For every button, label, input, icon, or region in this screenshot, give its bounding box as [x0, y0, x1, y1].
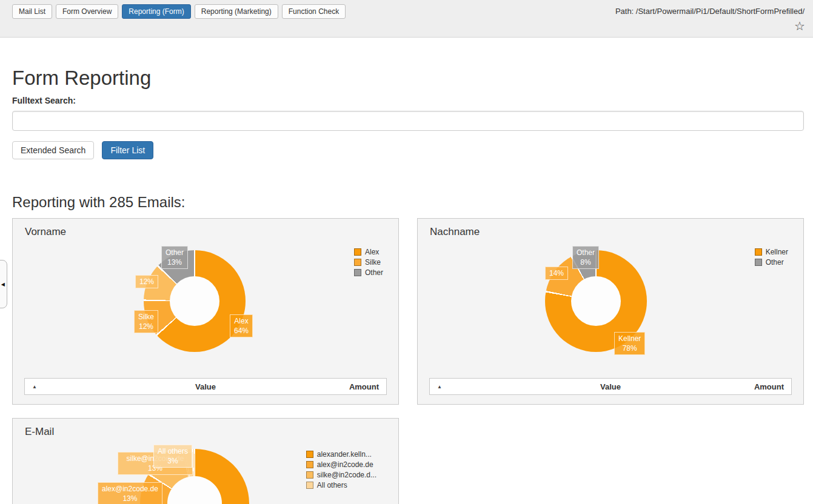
tab-form-overview[interactable]: Form Overview: [56, 4, 118, 19]
legend-swatch-icon: [306, 482, 313, 489]
tab-reporting-marketing[interactable]: Reporting (Marketing): [195, 4, 278, 19]
legend-label: Alex: [365, 248, 379, 256]
collapse-panel-handle[interactable]: ◀: [0, 260, 7, 308]
chevron-left-icon: ◀: [1, 282, 5, 287]
panels-grid: VornameOther13%12%Silke12%Alex64%AlexSil…: [12, 218, 804, 504]
fulltext-search-label: Fulltext Search:: [12, 96, 804, 105]
page-title: Form Reporting: [12, 67, 804, 90]
fulltext-search-input[interactable]: [12, 111, 804, 131]
legend-swatch-icon: [755, 259, 762, 266]
breadcrumb-path: Path: /Start/Powermail/Pi1/Default/Short…: [615, 7, 805, 16]
legend-swatch-icon: [755, 248, 762, 256]
donut-hole: [571, 276, 621, 326]
data-label: Kellner78%: [614, 332, 645, 355]
extended-search-button[interactable]: Extended Search: [12, 141, 94, 159]
panel-e-mail: E-Mailsilke@in2code.de13%All others3%ale…: [12, 418, 399, 504]
panel-title: Nachname: [418, 219, 803, 237]
data-label: 12%: [135, 275, 158, 288]
legend-label: Other: [365, 268, 383, 277]
data-label: Other8%: [572, 246, 599, 269]
data-label: Alex64%: [230, 314, 253, 337]
legend-swatch-icon: [306, 461, 313, 468]
legend-item-alexander-kelln[interactable]: alexander.kelln...: [306, 450, 376, 459]
chart-legend: alexander.kelln...alex@in2code.desilke@i…: [306, 450, 376, 491]
legend-item-alex-in2code-de[interactable]: alex@in2code.de: [306, 460, 376, 469]
tab-function-check[interactable]: Function Check: [282, 4, 346, 19]
donut-hole: [170, 276, 219, 326]
data-label: Silke12%: [134, 310, 158, 333]
legend-item-other[interactable]: Other: [755, 258, 788, 267]
data-label: Other13%: [161, 246, 188, 269]
panel-nachname: NachnameOther8%14%Kellner78%KellnerOther…: [417, 218, 804, 405]
column-header-value[interactable]: Value: [25, 382, 386, 391]
module-tabs: Mail ListForm OverviewReporting (Form)Re…: [12, 4, 346, 19]
legend-label: silke@in2code.d...: [317, 471, 376, 479]
search-actions: Extended Search Filter List: [12, 141, 804, 159]
legend-item-alex[interactable]: Alex: [354, 248, 383, 256]
legend-item-kellner[interactable]: Kellner: [755, 248, 788, 256]
chart-legend: AlexSilkeOther: [354, 248, 383, 279]
section-title: Reporting with 285 Emails:: [12, 194, 804, 211]
tab-mail-list[interactable]: Mail List: [12, 4, 52, 19]
chart-area: Other8%14%Kellner78%KellnerOther: [418, 237, 803, 378]
filter-list-button[interactable]: Filter List: [102, 141, 153, 159]
data-label: All others3%: [153, 445, 192, 468]
legend-swatch-icon: [354, 248, 361, 256]
legend-swatch-icon: [306, 471, 313, 479]
legend-label: Other: [766, 258, 784, 267]
legend-swatch-icon: [306, 451, 313, 458]
legend-label: alexander.kelln...: [317, 450, 372, 459]
result-table-header: ▲ValueAmount: [24, 378, 387, 395]
chart-area: silke@in2code.de13%All others3%alex@in2c…: [13, 437, 398, 504]
legend-label: All others: [317, 481, 347, 489]
main-content: Form Reporting Fulltext Search: Extended…: [0, 67, 813, 504]
legend-item-other[interactable]: Other: [354, 268, 383, 277]
legend-item-all-others[interactable]: All others: [306, 481, 376, 489]
data-label: 14%: [545, 267, 568, 280]
legend-label: alex@in2code.de: [317, 460, 373, 469]
column-header-amount[interactable]: Amount: [754, 382, 784, 391]
panel-title: E-Mail: [13, 419, 398, 437]
legend-label: Silke: [365, 258, 381, 267]
panel-title: Vorname: [13, 219, 398, 237]
panel-vorname: VornameOther13%12%Silke12%Alex64%AlexSil…: [12, 218, 399, 405]
column-header-amount[interactable]: Amount: [349, 382, 379, 391]
tab-reporting-form[interactable]: Reporting (Form): [122, 4, 190, 19]
bookmark-star-icon[interactable]: ☆: [794, 20, 805, 32]
legend-item-silke[interactable]: Silke: [354, 258, 383, 267]
legend-swatch-icon: [354, 259, 361, 266]
column-header-value[interactable]: Value: [430, 382, 791, 391]
sort-asc-icon[interactable]: ▲: [437, 384, 442, 390]
data-label: alex@in2code.de13%: [98, 482, 162, 504]
chart-area: Other13%12%Silke12%Alex64%AlexSilkeOther: [13, 237, 398, 378]
chart-legend: KellnerOther: [755, 248, 788, 268]
legend-swatch-icon: [354, 269, 361, 276]
sort-asc-icon[interactable]: ▲: [32, 384, 37, 390]
legend-item-silke-in2code-d[interactable]: silke@in2code.d...: [306, 471, 376, 479]
result-table-header: ▲ValueAmount: [429, 378, 792, 395]
top-toolbar: Mail ListForm OverviewReporting (Form)Re…: [0, 0, 813, 38]
legend-label: Kellner: [766, 248, 788, 256]
